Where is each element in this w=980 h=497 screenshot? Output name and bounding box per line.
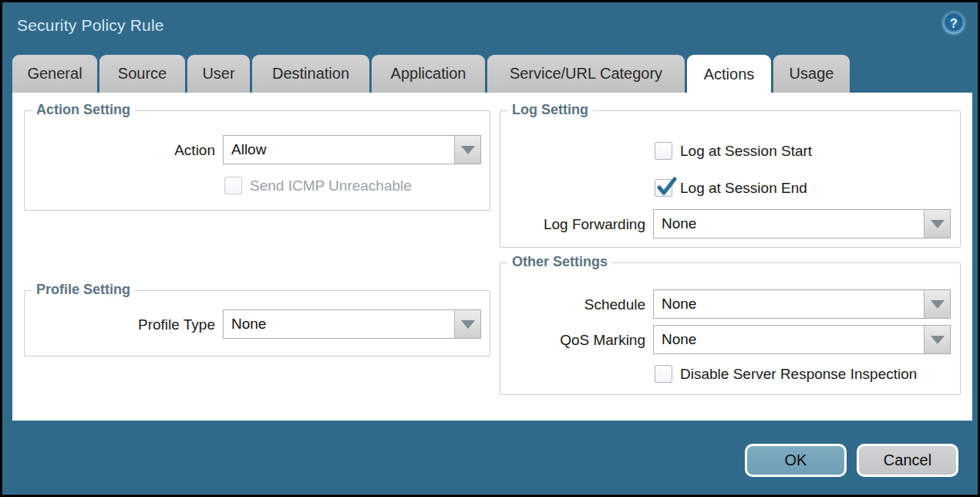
tab-actions[interactable]: Actions [687,55,771,93]
action-dropdown[interactable]: Allow [223,135,481,164]
tab-service-url-category[interactable]: Service/URL Category [487,55,685,93]
log-forwarding-dropdown[interactable]: None [653,209,951,238]
tab-source[interactable]: Source [99,55,185,93]
qos-marking-dropdown[interactable]: None [653,325,951,354]
profile-type-dropdown-value: None [224,310,454,338]
disable-server-response-inspection-label: Disable Server Response Inspection [680,366,917,383]
chevron-down-icon[interactable] [924,290,950,318]
action-setting-legend: Action Setting [32,102,135,118]
log-setting-group: Log Setting Log at Session Start Log at … [500,110,961,248]
log-session-start-checkbox[interactable] [655,142,672,160]
other-settings-legend: Other Settings [507,254,612,270]
tab-user[interactable]: User [187,55,250,93]
tab-general[interactable]: General [12,55,97,93]
log-session-start-label: Log at Session Start [680,143,812,160]
tab-usage[interactable]: Usage [773,55,850,93]
help-icon[interactable]: ? [943,12,965,34]
chevron-down-icon[interactable] [924,326,950,353]
profile-setting-group: Profile Setting Profile Type None [24,290,490,357]
send-icmp-unreachable-checkbox [224,177,242,194]
tab-destination[interactable]: Destination [252,55,369,93]
log-session-end-checkbox[interactable] [655,179,672,197]
action-label: Action [25,142,215,159]
qos-marking-dropdown-value: None [654,326,924,353]
tab-bar: General Source User Destination Applicat… [12,55,852,93]
dialog-title: Security Policy Rule [17,16,164,35]
actions-tab-panel: Action Setting Action Allow Send ICMP Un… [12,93,972,421]
chevron-down-icon[interactable] [454,136,480,164]
schedule-dropdown-value: None [654,290,924,318]
action-setting-group: Action Setting Action Allow Send ICMP Un… [24,110,490,211]
log-session-start-row: Log at Session Start [655,142,812,160]
tab-application[interactable]: Application [372,55,485,93]
qos-marking-label: QoS Marking [500,332,645,349]
send-icmp-unreachable-row: Send ICMP Unreachable [224,177,412,194]
chevron-down-icon[interactable] [924,210,950,238]
chevron-down-icon[interactable] [454,310,480,338]
profile-type-label: Profile Type [25,316,215,333]
log-session-end-row: Log at Session End [655,179,807,197]
ok-button[interactable]: OK [745,444,847,477]
cancel-button[interactable]: Cancel [857,444,958,477]
send-icmp-unreachable-label: Send ICMP Unreachable [250,178,412,194]
security-policy-rule-dialog: Security Policy Rule ? General Source Us… [0,0,980,497]
disable-server-response-inspection-checkbox[interactable] [655,365,672,383]
profile-type-dropdown[interactable]: None [223,309,481,339]
log-forwarding-label: Log Forwarding [500,216,645,233]
log-forwarding-dropdown-value: None [654,210,924,238]
schedule-dropdown[interactable]: None [653,289,951,319]
checkmark-icon [655,177,679,200]
profile-setting-legend: Profile Setting [32,282,135,298]
log-setting-legend: Log Setting [507,102,593,118]
schedule-label: Schedule [500,296,645,313]
dsri-row: Disable Server Response Inspection [655,365,917,383]
log-session-end-label: Log at Session End [680,180,807,197]
other-settings-group: Other Settings Schedule None QoS Marking… [500,262,961,395]
action-dropdown-value: Allow [224,136,454,164]
